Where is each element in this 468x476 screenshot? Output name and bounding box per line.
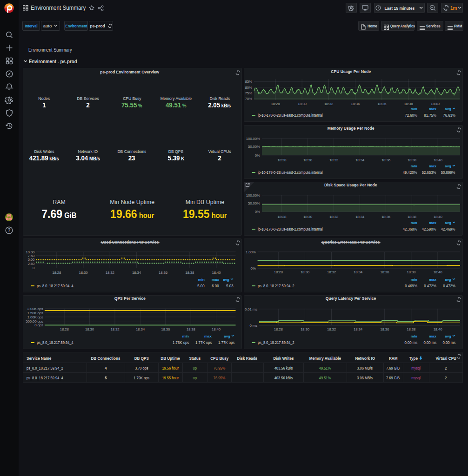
svg-text:18:30: 18:30	[303, 215, 313, 219]
svg-text:18:32: 18:32	[324, 102, 334, 106]
svg-text:18:30: 18:30	[79, 271, 88, 275]
svg-text:0.01 ms: 0.01 ms	[245, 307, 257, 311]
svg-text:18:34: 18:34	[351, 102, 360, 106]
svg-text:18:36: 18:36	[381, 215, 391, 219]
svg-text:18:30: 18:30	[301, 270, 310, 274]
svg-text:18:38: 18:38	[187, 327, 196, 331]
svg-text:18:38: 18:38	[407, 270, 416, 274]
svg-text:2.50: 2.50	[28, 262, 35, 266]
svg-text:18:34: 18:34	[355, 158, 365, 162]
svg-text:100.00%: 100.00%	[246, 137, 260, 141]
svg-text:18:36: 18:36	[380, 327, 389, 331]
svg-text:18:34: 18:34	[136, 327, 145, 331]
svg-text:500.00 ops: 500.00 ops	[26, 319, 43, 324]
svg-text:18:38: 18:38	[185, 271, 194, 275]
svg-text:18:32: 18:32	[327, 270, 336, 274]
svg-text:5.00: 5.00	[28, 258, 35, 262]
svg-text:2.00K ops: 2.00K ops	[27, 307, 43, 311]
svg-text:80%: 80%	[245, 86, 252, 90]
svg-text:18:38: 18:38	[407, 327, 416, 331]
svg-text:0%: 0%	[255, 153, 260, 158]
svg-text:18:28: 18:28	[277, 215, 287, 219]
svg-text:18:30: 18:30	[298, 102, 307, 106]
svg-text:18:32: 18:32	[329, 215, 339, 219]
svg-text:1.00K ops: 1.00K ops	[27, 315, 43, 319]
svg-text:18:36: 18:36	[377, 102, 387, 106]
svg-text:50.00%: 50.00%	[248, 201, 260, 205]
svg-text:18:32: 18:32	[110, 327, 120, 331]
svg-text:18:30: 18:30	[303, 158, 313, 162]
svg-text:18:28: 18:28	[274, 270, 283, 274]
svg-text:18:28: 18:28	[271, 102, 280, 106]
svg-text:18:34: 18:34	[132, 271, 141, 275]
svg-text:18:34: 18:34	[355, 215, 365, 219]
svg-text:0%: 0%	[250, 266, 255, 271]
svg-text:18:30: 18:30	[301, 327, 310, 331]
svg-text:18:40: 18:40	[434, 158, 443, 162]
svg-text:18:40: 18:40	[212, 271, 221, 275]
svg-text:18:30: 18:30	[85, 327, 94, 331]
svg-text:1.00%: 1.00%	[246, 250, 256, 254]
svg-text:18:40: 18:40	[433, 270, 442, 274]
svg-text:?: ?	[7, 228, 10, 233]
svg-text:70%: 70%	[245, 97, 252, 101]
svg-text:0: 0	[33, 266, 35, 270]
svg-text:1.50K ops: 1.50K ops	[27, 311, 43, 315]
svg-text:18:32: 18:32	[327, 327, 336, 331]
svg-text:18:38: 18:38	[408, 215, 417, 219]
svg-text:18:40: 18:40	[431, 102, 440, 106]
svg-text:18:36: 18:36	[381, 158, 391, 162]
svg-text:0 ms: 0 ms	[249, 324, 257, 328]
svg-text:85%: 85%	[245, 79, 252, 84]
svg-text:18:36: 18:36	[161, 327, 170, 331]
svg-text:18:38: 18:38	[408, 158, 417, 162]
svg-text:0 ops: 0 ops	[34, 323, 43, 327]
svg-text:75%: 75%	[245, 91, 252, 95]
svg-text:0%: 0%	[255, 210, 260, 214]
svg-text:18:28: 18:28	[60, 327, 69, 331]
svg-text:18:36: 18:36	[159, 271, 168, 275]
svg-text:18:34: 18:34	[354, 270, 363, 274]
svg-text:18:38: 18:38	[404, 102, 413, 106]
svg-text:18:28: 18:28	[52, 271, 61, 275]
svg-text:18:40: 18:40	[434, 215, 443, 219]
svg-text:50.00%: 50.00%	[248, 145, 260, 149]
svg-text:18:34: 18:34	[354, 327, 363, 331]
svg-text:18:36: 18:36	[380, 270, 389, 274]
svg-text:18:40: 18:40	[433, 327, 442, 331]
svg-text:18:28: 18:28	[277, 158, 287, 162]
svg-text:18:28: 18:28	[274, 327, 283, 331]
svg-text:100.00%: 100.00%	[246, 193, 260, 198]
svg-text:18:32: 18:32	[329, 158, 339, 162]
svg-text:18:40: 18:40	[212, 327, 221, 331]
svg-text:18:32: 18:32	[106, 271, 115, 275]
